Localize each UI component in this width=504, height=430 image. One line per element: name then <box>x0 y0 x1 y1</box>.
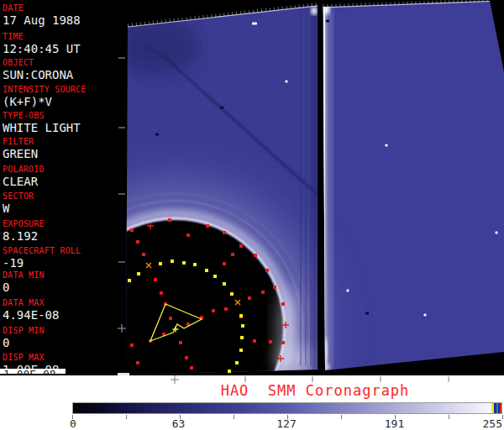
metadata-label: DISP MAX <box>3 353 59 363</box>
fiducial-red-dot <box>261 291 265 294</box>
metadata-value: 17 Aug 1988 <box>3 13 81 28</box>
fiducial-yellow-dot <box>128 279 131 282</box>
metadata-label: SPACECRAFT ROLL <box>3 246 81 256</box>
dust-speck <box>220 107 223 109</box>
star-point <box>496 232 498 234</box>
fiducial-yellow-dot <box>230 292 234 296</box>
fiducial-yellow-dot <box>241 324 244 328</box>
fiducial-yellow-dot <box>171 260 174 263</box>
metadata-label: FILTER <box>3 137 38 147</box>
dust-speck <box>365 312 369 315</box>
fiducial-red-dot <box>130 228 134 232</box>
metadata-value: SUN:CORONA <box>3 68 73 82</box>
fiducial-yellow-dot <box>193 263 197 266</box>
fiducial-red-dot <box>142 253 145 256</box>
star-point <box>286 81 288 83</box>
metadata-entry: OBJECTSUN:CORONA <box>3 58 73 82</box>
fiducial-red-dot <box>253 339 256 343</box>
metadata-label: DISP MIN <box>3 326 45 336</box>
fiducial-red-dot <box>254 254 257 257</box>
metadata-value: W <box>3 202 34 216</box>
fiducial-yellow-dot <box>223 282 226 286</box>
metadata-entry: SECTORW <box>3 191 34 216</box>
metadata-entry: SPACECRAFT ROLL-19 <box>3 246 81 270</box>
metadata-entry: TIME12:40:45 UT <box>3 32 81 56</box>
fiducial-yellow-dot <box>235 361 239 364</box>
fiducial-red-dot <box>206 224 209 228</box>
fiducial-yellow-dot <box>240 336 244 339</box>
app-window: { "window": { "background": "#ffffff", "… <box>0 0 504 430</box>
fiducial-red-dot <box>265 269 269 272</box>
dust-speck <box>155 134 159 136</box>
star-point <box>347 290 349 292</box>
colorbar-tick <box>126 415 127 419</box>
metadata-sidebar: DATE17 Aug 1988TIME12:40:45 UTOBJECTSUN:… <box>0 0 118 370</box>
fiducial-red-dot <box>185 356 188 359</box>
fiducial-red-dot <box>231 253 234 256</box>
metadata-entry: DATE17 Aug 1988 <box>3 3 81 28</box>
metadata-value: GREEN <box>3 147 38 161</box>
fiducial-red-dot <box>168 218 171 222</box>
colorbar-tick-label: 255 <box>483 418 502 430</box>
fiducial-red-dot <box>281 302 285 306</box>
metadata-value: 4.94E-08 <box>3 308 59 322</box>
metadata-value: WHITE LIGHT <box>3 121 81 135</box>
metadata-value: 12:40:45 UT <box>3 42 81 56</box>
metadata-label: POLAROID <box>3 165 45 175</box>
colorbar-end-stripe <box>496 403 498 413</box>
fiducial-red-dot <box>239 244 243 248</box>
metadata-value: -19 <box>3 256 81 270</box>
fiducial-red-dot <box>273 286 276 289</box>
star-point <box>252 23 257 25</box>
clipped-disp-max-value: 1.00E-08 <box>0 369 66 375</box>
metadata-value: CLEAR <box>3 175 45 189</box>
metadata-label: EXPOSURE <box>3 219 45 229</box>
metadata-label: TIME <box>3 32 81 42</box>
metadata-entry: DATA MAX4.94E-08 <box>3 298 59 322</box>
fiducial-yellow-dot <box>137 272 140 275</box>
metadata-value: 8.192 <box>3 229 45 244</box>
colorbar-tick <box>502 415 503 419</box>
metadata-label: TYPE-OBS <box>3 111 81 121</box>
star-point <box>424 314 427 317</box>
colorbar-end-stripe <box>494 403 496 413</box>
fiducial-yellow-dot <box>159 262 162 265</box>
metadata-label: DATA MAX <box>3 298 59 308</box>
colorbar-tick-label: 127 <box>276 418 296 430</box>
metadata-value: (K+F)*V <box>3 95 87 109</box>
colorbar-tick <box>234 415 234 419</box>
fiducial-red-dot <box>130 343 134 347</box>
fiducial-yellow-dot <box>205 269 208 272</box>
fiducial-red-dot <box>136 240 139 244</box>
fiducial-red-dot <box>224 307 228 311</box>
star-point <box>386 144 388 147</box>
metadata-label: SECTOR <box>3 191 34 202</box>
metadata-entry: DATA MIN0 <box>3 270 45 295</box>
colorbar-tick-label: 63 <box>172 418 186 430</box>
colorbar-tick <box>341 415 342 419</box>
metadata-label: DATA MIN <box>3 270 45 281</box>
fiducial-red-dot <box>248 296 251 300</box>
metadata-entry: TYPE-OBSWHITE LIGHT <box>3 111 81 135</box>
metadata-entry: EXPOSURE8.192 <box>3 219 45 244</box>
fiducial-red-dot <box>223 231 226 234</box>
metadata-entry: INTENSITY SOURCE(K+F)*V <box>3 85 87 109</box>
fiducial-yellow-dot <box>239 349 243 352</box>
metadata-label: OBJECT <box>3 58 73 68</box>
colorbar-tick-label: 0 <box>70 418 76 430</box>
fiducial-red-dot <box>186 233 190 237</box>
colorbar-end-stripe <box>498 403 500 413</box>
fiducial-red-dot <box>223 262 226 265</box>
metadata-value: 0 <box>3 336 45 350</box>
axis-corner-mark <box>118 373 129 375</box>
fiducial-yellow-dot <box>228 370 231 373</box>
dust-speck <box>326 20 329 23</box>
fiducial-yellow-dot <box>239 314 243 317</box>
metadata-label: INTENSITY SOURCE <box>3 85 87 95</box>
image-title: HAO SMM Coronagraph <box>126 384 504 398</box>
fiducial-red-dot <box>212 309 215 312</box>
metadata-entry: FILTERGREEN <box>3 137 38 161</box>
fiducial-red-dot <box>169 317 172 320</box>
fiducial-yellow-dot <box>182 261 186 265</box>
metadata-value: 0 <box>3 281 45 295</box>
